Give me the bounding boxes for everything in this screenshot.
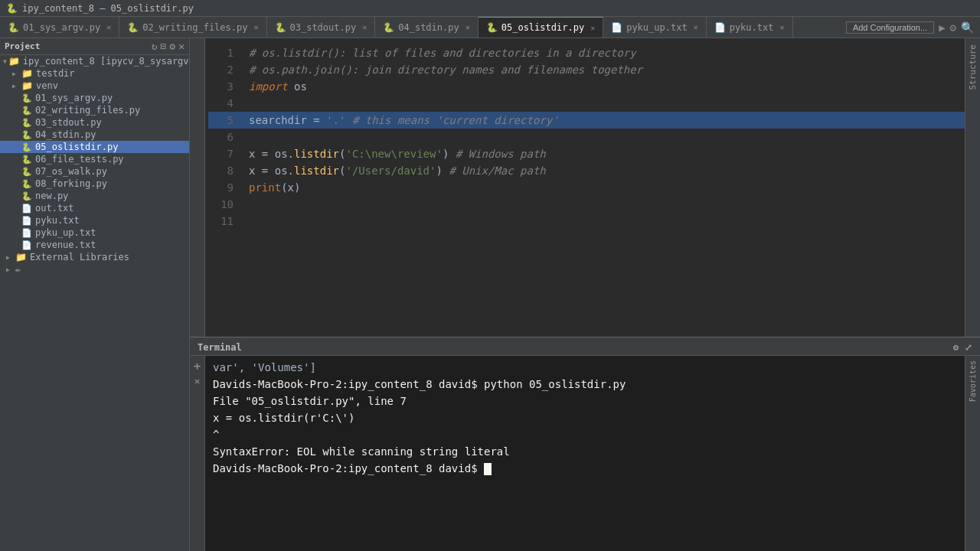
sidebar-item-label: 02_writing_files.py	[35, 105, 140, 116]
sidebar-item-05-oslistdir[interactable]: 🐍 05_oslistdir.py	[0, 141, 189, 153]
terminal-line: File "05_oslistdir.py", line 7	[213, 393, 957, 409]
sidebar-item-02-writing-files[interactable]: 🐍 02_writing_files.py	[0, 104, 189, 116]
sidebar-item-pyku-up-txt[interactable]: 📄 pyku_up.txt	[0, 227, 189, 239]
sidebar-item-revenue-txt[interactable]: 📄 revenue.txt	[0, 239, 189, 251]
tab-02-writing-files[interactable]: 🐍 02_writing_files.py ✕	[119, 17, 266, 37]
terminal-line: Davids-MacBook-Pro-2:ipy_content_8 david…	[213, 460, 957, 477]
search-toolbar-icon[interactable]: 🔍	[961, 21, 974, 34]
tab-close-icon[interactable]: ✕	[253, 23, 258, 31]
tab-close-icon[interactable]: ✕	[694, 23, 698, 31]
sidebar-item-venv[interactable]: ▶ 📁 venv	[0, 80, 189, 92]
sidebar-item-scratches-consoles[interactable]: ▶ ✏️	[0, 263, 189, 276]
file-tree: ▼ 📁 ipy_content_8 [ipycv_8_sysargv] ▶ 📁 …	[0, 55, 189, 276]
folder-icon: 📁	[15, 252, 27, 262]
python-icon: 🐍	[21, 191, 32, 201]
close-sidebar-icon[interactable]: ✕	[178, 41, 185, 52]
debug-run-icon[interactable]: ⚙	[950, 21, 956, 34]
tab-03-stdout[interactable]: 🐍 03_stdout.py ✕	[267, 17, 376, 37]
terminal-header: Terminal ⚙ ⤢	[190, 340, 980, 356]
sidebar-item-01-sys-argv[interactable]: 🐍 01_sys_argv.py	[0, 92, 189, 104]
expand-arrow-icon: ▶	[12, 70, 20, 77]
text-file-icon: 📄	[21, 204, 32, 214]
code-line-5: searchdir = '.' # this means 'current di…	[240, 112, 965, 129]
code-line-8: x = os.listdir('/Users/david') # Unix/Ma…	[249, 162, 956, 179]
terminal-label: Terminal	[198, 342, 242, 353]
sidebar-item-07-os-walk[interactable]: 🐍 07_os_walk.py	[0, 165, 189, 178]
collapse-icon[interactable]: ⊟	[161, 41, 167, 52]
play-icon[interactable]: ▶	[939, 21, 945, 34]
tab-04-stdin[interactable]: 🐍 04_stdin.py ✕	[375, 17, 479, 37]
sidebar-item-label: out.txt	[35, 203, 74, 214]
code-line-7: x = os.listdir('C:\new\review') # Window…	[249, 145, 956, 162]
favorites-tab[interactable]: Favorites	[967, 356, 978, 406]
sidebar-project-label: Project	[5, 41, 40, 51]
sidebar-item-testdir[interactable]: ▶ 📁 testdir	[0, 67, 189, 80]
add-terminal-button[interactable]: +	[194, 360, 201, 373]
sidebar-toolbar: Project ↻ ⊟ ⚙ ✕	[0, 38, 189, 55]
sidebar-item-label: 01_sys_argv.py	[35, 93, 113, 103]
code-line-2: # os.path.join(): join directory names a…	[249, 61, 956, 78]
sidebar-item-root-folder[interactable]: ▼ 📁 ipy_content_8 [ipycv_8_sysargv]	[0, 55, 189, 67]
terminal-line: x = os.listdir(r'C:\')	[213, 409, 957, 426]
code-line-11	[249, 213, 956, 230]
code-line-4	[249, 95, 956, 112]
sidebar-item-label: pyku.txt	[35, 215, 80, 226]
terminal-panel: Terminal ⚙ ⤢ + ✕ var', 'Volumes'] Davids…	[190, 340, 980, 551]
tab-pyku-up-txt[interactable]: 📄 pyku_up.txt ✕	[603, 17, 707, 37]
tab-close-icon[interactable]: ✕	[466, 23, 470, 31]
sidebar-item-label: revenue.txt	[35, 240, 96, 250]
sidebar-item-label: 03_stdout.py	[35, 117, 102, 128]
sidebar-item-04-stdin[interactable]: 🐍 04_stdin.py	[0, 129, 189, 141]
code-content[interactable]: # os.listdir(): list of files and direct…	[240, 38, 965, 337]
line-numbers: 1234567891011	[205, 38, 240, 337]
folder-icon: 📁	[21, 68, 33, 79]
app-icon: 🐍	[6, 3, 18, 14]
tab-close-icon[interactable]: ✕	[779, 23, 784, 31]
sidebar-item-label: ipy_content_8 [ipycv_8_sysargv]	[23, 56, 190, 67]
text-file-icon: 📄	[21, 216, 32, 226]
python-icon: 🐍	[21, 179, 32, 189]
sidebar-item-out-txt[interactable]: 📄 out.txt	[0, 202, 189, 214]
terminal-settings-icon[interactable]: ⚙	[953, 342, 959, 353]
tab-close-icon[interactable]: ✕	[362, 23, 367, 31]
sync-icon[interactable]: ↻	[152, 41, 158, 52]
python-icon: 🐍	[21, 167, 32, 177]
tab-01-sys-argv[interactable]: 🐍 01_sys_argv.py ✕	[0, 17, 119, 37]
sidebar-item-03-stdout[interactable]: 🐍 03_stdout.py	[0, 116, 189, 129]
code-editor[interactable]: 1234567891011 # os.listdir(): list of fi…	[205, 38, 980, 337]
terminal-content-area: + ✕ var', 'Volumes'] Davids-MacBook-Pro-…	[190, 356, 980, 551]
sidebar-item-label: 07_os_walk.py	[35, 166, 107, 177]
sidebar-item-08-forking[interactable]: 🐍 08_forking.py	[0, 178, 189, 190]
code-line-9: print(x)	[249, 179, 956, 196]
python-icon: 🐍	[21, 118, 32, 128]
expand-arrow-icon: ▶	[6, 266, 14, 273]
sidebar-item-06-file-tests[interactable]: 🐍 06_file_tests.py	[0, 153, 189, 165]
tab-close-icon[interactable]: ✕	[106, 23, 111, 31]
tab-pyku-txt[interactable]: 📄 pyku.txt ✕	[707, 17, 793, 37]
code-line-1: # os.listdir(): list of files and direct…	[249, 44, 956, 61]
sidebar-item-label: 08_forking.py	[35, 178, 107, 189]
sidebar-item-label: 04_stdin.py	[35, 129, 96, 140]
tab-05-oslistdir[interactable]: 🐍 05_oslistdir.py ✕	[479, 17, 603, 37]
sidebar-item-pyku-txt[interactable]: 📄 pyku.txt	[0, 214, 189, 227]
terminal-body[interactable]: var', 'Volumes'] Davids-MacBook-Pro-2:ip…	[205, 356, 965, 551]
python-icon: 🐍	[21, 155, 32, 165]
add-configuration-button[interactable]: Add Configuration...	[846, 21, 934, 34]
structure-tab[interactable]: Structure	[966, 38, 979, 96]
python-icon: 🐍	[21, 93, 32, 103]
python-file-icon: 🐍	[383, 22, 394, 33]
sidebar-item-label: 05_oslistdir.py	[35, 142, 118, 152]
sidebar-item-new-py[interactable]: 🐍 new.py	[0, 190, 189, 202]
close-terminal-button[interactable]: ✕	[194, 376, 200, 386]
settings-icon[interactable]: ⚙	[169, 41, 175, 52]
python-file-icon: 🐍	[8, 22, 19, 33]
sidebar-item-external-libraries[interactable]: ▶ 📁 External Libraries	[0, 251, 189, 263]
editor-terminal-area: 1234567891011 # os.listdir(): list of fi…	[190, 38, 980, 551]
terminal-expand-icon[interactable]: ⤢	[965, 342, 972, 353]
titlebar: 🐍 ipy_content_8 – 05_oslistdir.py	[0, 0, 980, 17]
terminal-line: var', 'Volumes']	[213, 359, 957, 376]
python-icon: 🐍	[21, 142, 32, 152]
terminal-line: ^	[213, 426, 957, 443]
sidebar-item-label: new.py	[35, 191, 68, 201]
tab-close-icon[interactable]: ✕	[590, 24, 595, 32]
